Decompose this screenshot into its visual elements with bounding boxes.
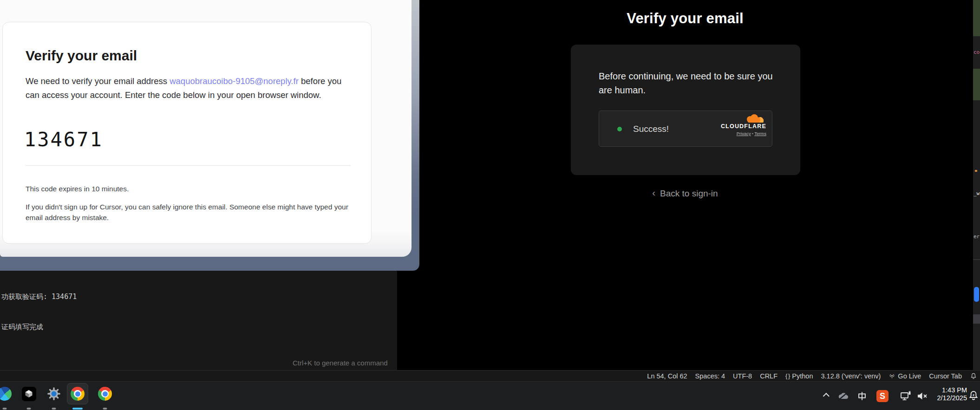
- privacy-link[interactable]: Privacy: [737, 131, 751, 136]
- braces-icon: { }: [785, 372, 790, 379]
- cloudflare-wordmark: CLOUDFLARE: [719, 124, 766, 130]
- cursor-tab-indicator[interactable]: Cursor Tab: [929, 372, 962, 380]
- cloudflare-branding: CLOUDFLARE Privacy•Terms: [719, 114, 766, 136]
- running-indicator: [27, 408, 31, 410]
- browser-window: Verify your email Before continuing, we …: [397, 0, 973, 370]
- terminal-line: [1, 352, 95, 362]
- cursor-app-icon: [22, 387, 36, 401]
- scrollbar-thumb[interactable]: [974, 287, 979, 302]
- ime-zhong-icon: [857, 391, 867, 401]
- code-fragment: co: [973, 49, 980, 55]
- turnstile-status: Success!: [633, 124, 669, 134]
- speaker-muted-icon: [916, 391, 928, 401]
- turnstile-links: Privacy•Terms: [719, 131, 766, 136]
- scrollbar-track[interactable]: [973, 314, 980, 324]
- editor-sliver: co _w er: [973, 0, 980, 370]
- clock-date: 2/12/2025: [930, 394, 967, 402]
- indentation-indicator[interactable]: Spaces: 4: [695, 372, 725, 380]
- clock-time: 1:43 PM: [930, 386, 967, 394]
- taskbar-cursor-button[interactable]: [20, 384, 38, 403]
- email-divider: [26, 165, 351, 166]
- page-title: Verify your email: [397, 10, 973, 27]
- bell-badge-text: z: [973, 393, 974, 397]
- cloudflare-cloud-icon: [742, 114, 766, 124]
- chrome-icon: [98, 387, 112, 401]
- terminal-line: 证码填写完成: [1, 322, 95, 332]
- code-fragment: [975, 170, 977, 172]
- gear-icon: [47, 387, 61, 401]
- edge-icon: [0, 387, 12, 401]
- back-to-signin-label: Back to sign-in: [660, 189, 718, 198]
- editor-selection-highlight: [973, 0, 980, 36]
- tray-volume-button[interactable]: [914, 387, 931, 405]
- taskbar-chrome-button-active[interactable]: [68, 384, 87, 403]
- running-indicator: [3, 408, 7, 410]
- clock[interactable]: 1:43 PM 2/12/2025: [930, 386, 967, 402]
- email-disclaimer: If you didn't sign up for Cursor, you ca…: [26, 202, 348, 223]
- turnstile-widget[interactable]: Success! CLOUDFLARE Privacy•Terms: [599, 111, 772, 147]
- notification-center-button[interactable]: z: [968, 389, 980, 403]
- verify-card-text: Before continuing, we need to be sure yo…: [599, 69, 784, 97]
- tray-overflow-button[interactable]: [817, 387, 833, 405]
- tray-sougou-button[interactable]: S: [874, 387, 891, 405]
- go-live-button[interactable]: Go Live: [889, 372, 921, 380]
- bell-zzz-icon: z: [968, 389, 979, 401]
- editor-selection-highlight: [973, 69, 980, 100]
- python-interpreter-indicator[interactable]: 3.12.8 ('venv': venv): [821, 372, 881, 380]
- terminal-line: 功获取验证码: 134671: [1, 292, 95, 302]
- success-dot-icon: [617, 127, 622, 131]
- monitor-plug-icon: [900, 390, 912, 402]
- running-indicator: [52, 408, 56, 410]
- terms-link[interactable]: Terms: [754, 131, 766, 136]
- tray-onedrive-button[interactable]: [835, 387, 852, 405]
- email-body: We need to verify your email address waq…: [26, 74, 356, 102]
- notifications-button[interactable]: [970, 372, 977, 380]
- link-separator: •: [752, 131, 753, 136]
- screen: co _w er 功获取验证码: 134671 证码填写完成 在处理 Turns…: [0, 0, 980, 410]
- email-card: Verify your email We need to verify your…: [2, 22, 372, 244]
- tray-network-button[interactable]: [897, 387, 914, 405]
- taskbar-settings-button[interactable]: [45, 384, 63, 403]
- tray-ime-button[interactable]: [854, 387, 870, 405]
- broadcast-icon: [889, 372, 895, 379]
- eol-indicator[interactable]: CRLF: [760, 372, 777, 380]
- back-to-signin-link[interactable]: ‹Back to sign-in: [397, 188, 973, 199]
- cursor-position-indicator[interactable]: Ln 54, Col 62: [647, 372, 687, 380]
- chevron-up-icon: [823, 393, 830, 399]
- terminal-hint: Ctrl+K to generate a command: [293, 359, 388, 367]
- expiry-note: This code expires in 10 minutes.: [26, 185, 129, 193]
- chevron-left-icon: ‹: [652, 188, 655, 198]
- status-bar: Ln 54, Col 62 Spaces: 4 UTF-8 CRLF { } P…: [0, 370, 980, 382]
- taskbar-edge-button[interactable]: [0, 384, 14, 403]
- encoding-indicator[interactable]: UTF-8: [733, 372, 752, 380]
- email-window: Verify your email We need to verify your…: [0, 0, 419, 271]
- verify-card: Before continuing, we need to be sure yo…: [571, 45, 800, 175]
- active-running-indicator: [72, 408, 83, 410]
- editor-divider: [973, 259, 980, 260]
- email-body-prefix: We need to verify your email address: [26, 76, 170, 86]
- code-fragment: er: [973, 234, 980, 240]
- terminal-pane[interactable]: 功获取验证码: 134671 证码填写完成 在处理 Turnstile 验证..…: [0, 271, 397, 370]
- running-indicator: [103, 408, 107, 410]
- taskbar: S 1:43 PM 2/12/2025: [0, 382, 980, 410]
- code-fragment: _w: [973, 190, 980, 196]
- language-label: Python: [792, 372, 813, 380]
- cube-icon: [24, 389, 33, 398]
- go-live-label: Go Live: [898, 372, 921, 380]
- verification-code: 134671: [24, 128, 103, 151]
- email-title: Verify your email: [26, 48, 137, 64]
- chrome-icon: [71, 387, 85, 401]
- language-mode-indicator[interactable]: { } Python: [785, 372, 813, 380]
- bell-icon: [970, 372, 977, 380]
- s-app-icon: S: [876, 390, 889, 402]
- taskbar-chrome-button-2[interactable]: [96, 384, 114, 403]
- email-address-link[interactable]: waquobraucoibo-9105@noreply.fr: [170, 76, 299, 86]
- cloud-slash-icon: [837, 391, 849, 401]
